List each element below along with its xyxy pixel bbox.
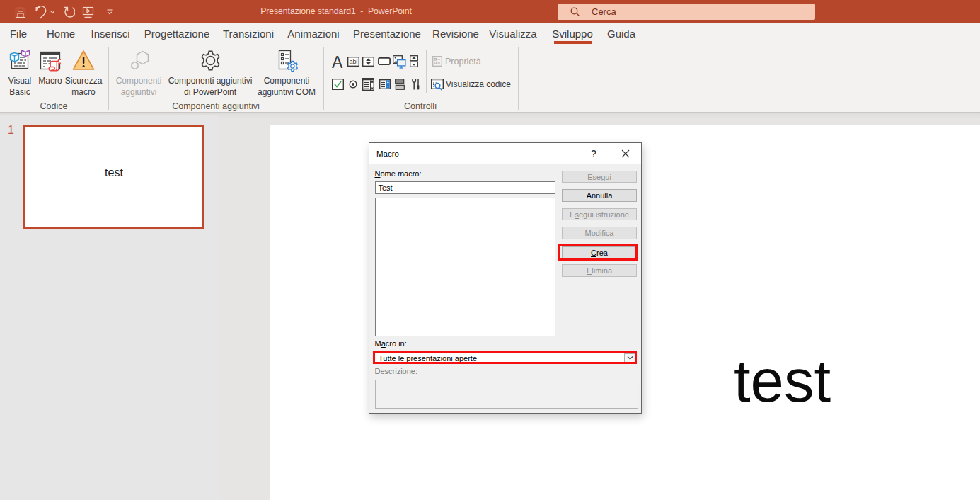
svg-text:ab: ab: [350, 58, 357, 65]
